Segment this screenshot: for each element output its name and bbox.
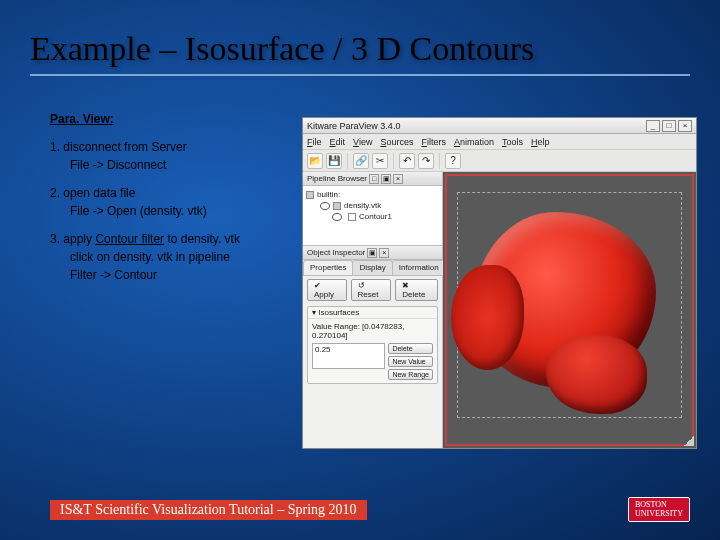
step-1-sub-1: File -> Disconnect: [70, 156, 310, 174]
help-icon[interactable]: ?: [445, 153, 461, 169]
pane-restore-icon[interactable]: □: [369, 174, 379, 184]
left-panel: Pipeline Browser □ ▣ × builtin: density.…: [303, 172, 443, 448]
inspector-tabs: Properties Display Information: [303, 260, 442, 276]
window-title: Kitware ParaView 3.4.0: [307, 121, 400, 131]
pipeline-density-label: density.vtk: [344, 201, 381, 210]
isosurfaces-section: ▾ Isosurfaces Value Range: [0.0478283, 0…: [307, 306, 438, 384]
visibility-icon[interactable]: [332, 213, 342, 221]
undo-icon[interactable]: ↶: [399, 153, 415, 169]
connect-icon[interactable]: 🔗: [353, 153, 369, 169]
pipeline-contour-label: Contour1: [359, 212, 392, 221]
iso-delete-button[interactable]: Delete: [388, 343, 433, 354]
pipeline-item-builtin[interactable]: builtin:: [306, 189, 439, 200]
menu-sources[interactable]: Sources: [380, 137, 413, 147]
step-2-sub-1: File -> Open (density. vtk): [70, 202, 310, 220]
server-icon: [306, 191, 314, 199]
pane-float-icon[interactable]: ▣: [367, 248, 377, 258]
boston-university-logo: BOSTON UNIVERSITY: [628, 497, 690, 522]
menu-animation[interactable]: Animation: [454, 137, 494, 147]
step-3-sub-1: click on density. vtk in pipeline: [70, 248, 310, 266]
iso-new-value-button[interactable]: New Value: [388, 356, 433, 367]
object-inspector-header: Object Inspector ▣ ×: [303, 246, 442, 260]
isosurface-geometry: [473, 212, 656, 388]
reset-button[interactable]: ↺ Reset: [351, 279, 392, 301]
maximize-button[interactable]: □: [662, 120, 676, 132]
step-3-sub-2: Filter -> Contour: [70, 266, 310, 284]
isosurface-value-list[interactable]: 0.25: [312, 343, 385, 369]
tab-properties[interactable]: Properties: [303, 260, 353, 275]
pane-float-icon[interactable]: ▣: [381, 174, 391, 184]
disconnect-icon[interactable]: ✂: [372, 153, 388, 169]
slide-title: Example – Isosurface / 3 D Contours: [30, 30, 690, 76]
pane-close-icon[interactable]: ×: [379, 248, 389, 258]
close-button[interactable]: ×: [678, 120, 692, 132]
instructions-heading: Para. View:: [50, 110, 310, 128]
visibility-icon[interactable]: [320, 202, 330, 210]
isosurfaces-label: ▾ Isosurfaces: [308, 307, 437, 319]
iso-new-range-button[interactable]: New Range: [388, 369, 433, 380]
pipeline-item-density[interactable]: density.vtk: [306, 200, 439, 211]
pane-close-icon[interactable]: ×: [393, 174, 403, 184]
minimize-button[interactable]: _: [646, 120, 660, 132]
window-titlebar[interactable]: Kitware ParaView 3.4.0 _ □ ×: [303, 118, 696, 134]
pipeline-browser[interactable]: builtin: density.vtk Contour1: [303, 186, 442, 246]
menubar: File Edit View Sources Filters Animation…: [303, 134, 696, 150]
pipeline-browser-title: Pipeline Browser: [307, 174, 367, 183]
resize-grip-icon[interactable]: [684, 436, 694, 446]
footer-text: IS&T Scientific Visualization Tutorial –…: [50, 500, 367, 520]
pipeline-builtin-label: builtin:: [317, 190, 340, 199]
menu-file[interactable]: File: [307, 137, 322, 147]
instructions-block: Para. View: 1. disconnect from Server Fi…: [50, 110, 310, 284]
menu-tools[interactable]: Tools: [502, 137, 523, 147]
value-range-label: Value Range: [0.0478283, 0.270104]: [312, 322, 433, 340]
menu-filters[interactable]: Filters: [421, 137, 446, 147]
open-icon[interactable]: 📂: [307, 153, 323, 169]
save-icon[interactable]: 💾: [326, 153, 342, 169]
pipeline-browser-header: Pipeline Browser □ ▣ ×: [303, 172, 442, 186]
source-icon: [333, 202, 341, 210]
redo-icon[interactable]: ↷: [418, 153, 434, 169]
step-1: 1. disconnect from Server: [50, 138, 310, 156]
apply-button[interactable]: ✔ Apply: [307, 279, 347, 301]
step-3: 3. apply Contour filter to density. vtk: [50, 230, 310, 248]
tab-display[interactable]: Display: [352, 260, 392, 275]
step-2: 2. open data file: [50, 184, 310, 202]
object-inspector: Properties Display Information ✔ Apply ↺…: [303, 260, 442, 448]
delete-button[interactable]: ✖ Delete: [395, 279, 438, 301]
menu-view[interactable]: View: [353, 137, 372, 147]
filter-icon: [348, 213, 356, 221]
menu-help[interactable]: Help: [531, 137, 550, 147]
toolbar-row-1: 📂 💾 🔗 ✂ ↶ ↷ ?: [303, 150, 696, 172]
object-inspector-title: Object Inspector: [307, 248, 365, 257]
pipeline-item-contour[interactable]: Contour1: [306, 211, 439, 222]
isosurface-value[interactable]: 0.25: [315, 345, 382, 354]
tab-information[interactable]: Information: [392, 260, 446, 275]
render-view[interactable]: [443, 172, 696, 448]
paraview-window: Kitware ParaView 3.4.0 _ □ × File Edit V…: [302, 117, 697, 449]
bu-line2: UNIVERSITY: [635, 510, 683, 518]
menu-edit[interactable]: Edit: [330, 137, 346, 147]
